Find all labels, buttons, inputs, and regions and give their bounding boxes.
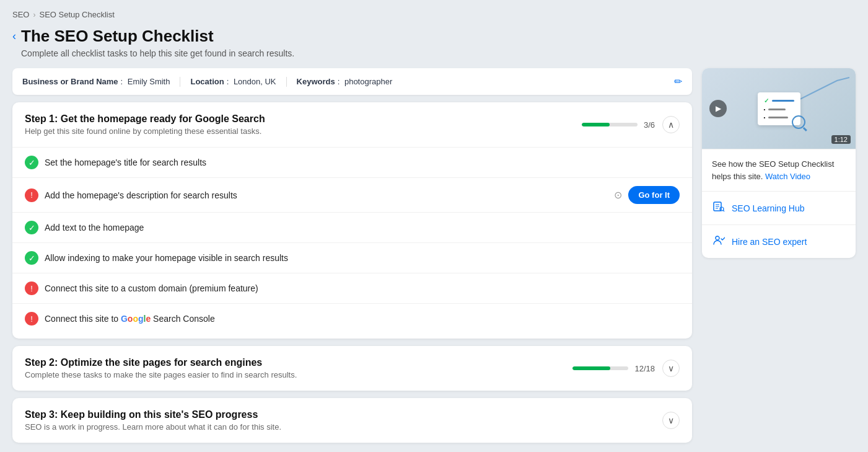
step-3-card: Step 3: Keep building on this site's SEO… [12, 398, 692, 443]
page-subtitle: Complete all checklist tasks to help thi… [21, 48, 294, 58]
back-button[interactable]: ‹ [12, 29, 16, 43]
step-1-tasks: ✓ Set the homepage's title for search re… [12, 147, 692, 339]
step-1-progress-label: 3/6 [644, 120, 655, 130]
svg-point-4 [720, 207, 724, 211]
breadcrumb-separator: › [33, 11, 35, 19]
checklist-line-3: • [764, 115, 794, 120]
step-2-title: Step 2: Optimize the site pages for sear… [25, 357, 565, 368]
step-3-title: Step 3: Keep building on this site's SEO… [25, 409, 655, 420]
step-2-text: Step 2: Optimize the site pages for sear… [25, 357, 565, 379]
step-1-progress: 3/6 [582, 120, 655, 130]
info-keywords: Keywords: photographer [297, 77, 393, 86]
step-1-subtitle: Help get this site found online by compl… [25, 126, 574, 136]
seo-learning-hub-link[interactable]: SEO Learning Hub [702, 191, 856, 224]
checklist-line-2: • [764, 107, 794, 112]
step-1-title: Step 1: Get the homepage ready for Googl… [25, 113, 574, 125]
step-2-subtitle: Complete these tasks to make the site pa… [25, 370, 565, 379]
task-row[interactable]: ! Add the homepage's description for sea… [12, 177, 692, 212]
step-1-toggle[interactable]: ∧ [662, 116, 680, 133]
hire-expert-icon [712, 234, 726, 249]
search-circle [792, 115, 805, 129]
checklist-bar-1 [772, 100, 794, 102]
step-2-progress-fill [572, 366, 610, 370]
task-6-icon: ! [25, 312, 38, 326]
business-value: Emily Smith [128, 77, 170, 86]
task-2-go-button[interactable]: Go for It [628, 186, 680, 204]
keywords-value: photographer [344, 77, 392, 86]
hire-expert-label: Hire an SEO expert [732, 237, 807, 247]
step-3-header: Step 3: Keep building on this site's SEO… [12, 398, 692, 443]
step-1-card: Step 1: Get the homepage ready for Googl… [12, 102, 692, 339]
task-2-hover-icon: ⊙ [614, 189, 622, 201]
page-title: The SEO Setup Checklist [21, 27, 294, 46]
task-row[interactable]: ✓ Add text to the homepage [12, 212, 692, 242]
task-5-icon: ! [25, 281, 38, 295]
play-button[interactable]: ▶ [709, 100, 727, 117]
video-duration: 1:12 [831, 135, 851, 144]
step-1-progress-bar [582, 123, 638, 126]
main-layout: Business or Brand Name: Emily Smith Loca… [12, 68, 856, 443]
task-6-label: Connect this site to Google Search Conso… [45, 314, 680, 324]
step-2-progress-bar [572, 366, 628, 370]
right-sidebar: ✓ • • ▶ 1:12 [702, 68, 856, 258]
svg-line-5 [723, 210, 724, 211]
page-wrapper: SEO › SEO Setup Checklist ‹ The SEO Setu… [0, 0, 868, 452]
hire-expert-link[interactable]: Hire an SEO expert [702, 224, 856, 258]
step-2-progress: 12/18 [572, 364, 655, 373]
step-1-progress-fill [582, 123, 610, 126]
checklist-card: ✓ • • [758, 92, 800, 125]
left-column: Business or Brand Name: Emily Smith Loca… [12, 68, 692, 443]
video-description: See how the SEO Setup Checklist helps th… [712, 158, 846, 182]
business-label: Business or Brand Name [22, 77, 118, 86]
breadcrumb-parent[interactable]: SEO [12, 10, 29, 19]
keywords-label: Keywords [297, 77, 335, 86]
task-row[interactable]: ✓ Allow indexing to make your homepage v… [12, 242, 692, 273]
divider-2 [286, 77, 287, 87]
info-business: Business or Brand Name: Emily Smith [22, 77, 170, 86]
task-1-icon: ✓ [25, 156, 38, 169]
task-row[interactable]: ! Connect this site to Google Search Con… [12, 303, 692, 334]
step-1-text: Step 1: Get the homepage ready for Googl… [25, 113, 574, 136]
edit-icon[interactable]: ✏ [674, 76, 682, 87]
step-3-toggle[interactable]: ∨ [662, 412, 680, 429]
breadcrumb: SEO › SEO Setup Checklist [12, 10, 856, 19]
chart-svg [800, 74, 849, 105]
watch-video-link[interactable]: Watch Video [765, 172, 810, 181]
checklist-line-1: ✓ [764, 97, 794, 104]
task-row[interactable]: ✓ Set the homepage's title for search re… [12, 147, 692, 177]
learning-hub-label: SEO Learning Hub [732, 203, 805, 213]
info-location: Location: London, UK [190, 77, 276, 86]
location-value: London, UK [234, 77, 276, 86]
task-5-label: Connect this site to a custom domain (pr… [45, 283, 680, 293]
svg-point-6 [716, 236, 719, 240]
task-3-label: Add text to the homepage [45, 223, 680, 233]
checklist-bar-3 [768, 117, 788, 118]
task-2-icon: ! [25, 188, 38, 202]
task-4-label: Allow indexing to make your homepage vis… [45, 253, 680, 263]
info-bar: Business or Brand Name: Emily Smith Loca… [12, 68, 692, 95]
task-2-label: Add the homepage's description for searc… [45, 190, 608, 200]
divider-1 [180, 77, 180, 87]
step-3-subtitle: SEO is a work in progress. Learn more ab… [25, 422, 655, 432]
page-title-block: The SEO Setup Checklist Complete all che… [21, 27, 294, 58]
step-2-header: Step 2: Optimize the site pages for sear… [12, 346, 692, 391]
task-1-label: Set the homepage's title for search resu… [45, 157, 680, 167]
step-2-card: Step 2: Optimize the site pages for sear… [12, 346, 692, 391]
learning-hub-icon [712, 200, 726, 216]
task-4-icon: ✓ [25, 251, 38, 265]
location-label: Location [190, 77, 224, 86]
page-header: ‹ The SEO Setup Checklist Complete all c… [12, 27, 856, 58]
step-2-toggle[interactable]: ∨ [662, 360, 680, 377]
breadcrumb-current: SEO Setup Checklist [39, 10, 114, 19]
checklist-bar-2 [768, 109, 786, 110]
step-3-text: Step 3: Keep building on this site's SEO… [25, 409, 655, 432]
video-description-section: See how the SEO Setup Checklist helps th… [702, 149, 856, 191]
step-1-header: Step 1: Get the homepage ready for Googl… [12, 102, 692, 147]
task-3-icon: ✓ [25, 221, 38, 234]
step-2-progress-label: 12/18 [634, 364, 655, 373]
video-thumbnail[interactable]: ✓ • • ▶ 1:12 [702, 68, 856, 149]
task-row[interactable]: ! Connect this site to a custom domain (… [12, 273, 692, 303]
